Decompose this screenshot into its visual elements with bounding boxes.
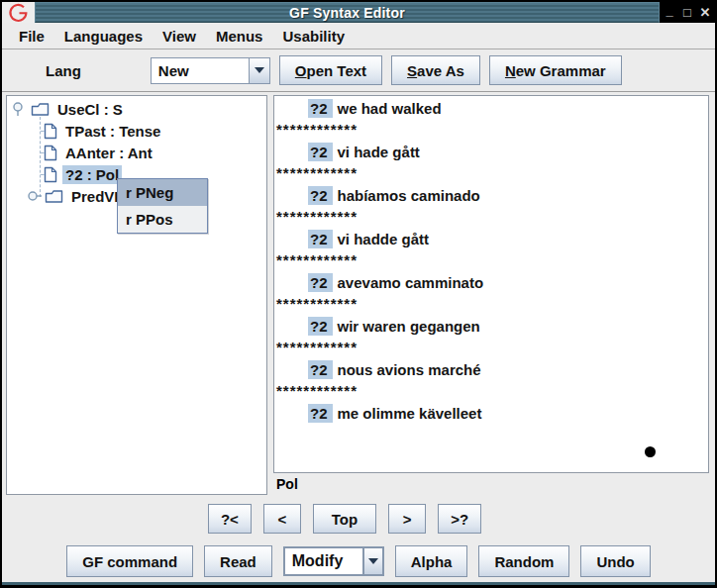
window-bottom-edge — [2, 582, 715, 585]
menu-menus[interactable]: Menus — [207, 26, 272, 47]
next-metavariable-button[interactable]: >? — [438, 504, 481, 534]
metavariable-token: ?2 — [308, 99, 333, 118]
translation-line-norwegian: ?2vi hadde gått — [274, 229, 708, 250]
translation-line-french: ?2nous avions marché — [274, 359, 708, 381]
translation-line-finnish: ?2me olimme kävelleet — [274, 403, 708, 425]
translation-line-spanish: ?2habíamos caminado — [274, 185, 708, 207]
lang-select-arrow[interactable] — [249, 57, 270, 84]
document-icon — [44, 166, 57, 183]
syntax-tree-panel[interactable]: UseCl : S TPast : Tense — [6, 95, 267, 495]
tree-node-label-selected[interactable]: ?2 : Pol — [62, 165, 122, 184]
translation-line-swedish: ?2vi hade gått — [274, 142, 708, 163]
close-button[interactable]: ✕ — [698, 4, 712, 22]
popup-item-pneg[interactable]: r PNeg — [118, 179, 207, 206]
separator-line: ************ — [274, 381, 708, 403]
translation-line-german: ?2wir waren gegangen — [274, 316, 708, 338]
tree-node-aanter[interactable]: AAnter : Ant — [7, 142, 266, 163]
gf-logo-icon — [7, 1, 31, 25]
modify-select-arrow[interactable] — [362, 546, 384, 576]
chevron-down-icon — [368, 558, 378, 564]
right-panel-stack: ?2we had walked ************ ?2vi hade g… — [273, 95, 709, 495]
status-bar: Pol — [273, 473, 709, 495]
metavariable-token: ?2 — [308, 317, 333, 336]
window-title: GF Syntax Editor — [289, 5, 405, 21]
lang-select[interactable]: New — [151, 57, 270, 84]
tree-node-label[interactable]: TPast : Tense — [62, 122, 163, 141]
metavariable-token: ?2 — [308, 186, 333, 205]
window-controls: _ □ ✕ — [660, 2, 715, 23]
black-dot-icon — [645, 446, 656, 457]
separator-line: ************ — [274, 294, 708, 316]
navigation-row: ?< < Top > >? — [2, 497, 715, 540]
folder-icon — [45, 189, 63, 204]
minimize-button[interactable]: _ — [663, 2, 676, 20]
prev-node-button[interactable]: < — [263, 504, 301, 534]
linearization-text-area[interactable]: ?2we had walked ************ ?2vi hade g… — [273, 95, 709, 473]
tree-node-tpast[interactable]: TPast : Tense — [7, 120, 266, 142]
separator-line: ************ — [274, 120, 708, 142]
lang-select-value: New — [151, 57, 249, 84]
open-text-button[interactable]: Open Text — [279, 55, 382, 85]
separator-line: ************ — [274, 163, 708, 185]
lang-label: Lang — [46, 62, 81, 79]
prev-metavariable-button[interactable]: ?< — [208, 504, 252, 534]
toolbar: Lang New Open Text Save As New Grammar — [2, 49, 715, 92]
focus-type-label: Pol — [276, 476, 298, 492]
undo-button[interactable]: Undo — [580, 545, 650, 577]
new-grammar-button[interactable]: New Grammar — [489, 55, 622, 85]
title-bar: GF Syntax Editor _ □ ✕ — [2, 2, 715, 23]
tree-collapsed-handle-icon[interactable] — [27, 190, 43, 202]
main-area: UseCl : S TPast : Tense — [2, 92, 715, 497]
tree-expanded-handle-icon[interactable] — [12, 101, 26, 117]
random-button[interactable]: Random — [478, 545, 569, 577]
translation-line-english: ?2we had walked — [274, 98, 708, 120]
chevron-down-icon — [255, 67, 264, 73]
menu-bar: File Languages View Menus Usability — [2, 23, 715, 49]
save-as-button[interactable]: Save As — [391, 55, 480, 85]
title-bar-gradient: GF Syntax Editor — [35, 2, 660, 23]
metavariable-token: ?2 — [308, 273, 333, 292]
gf-command-button[interactable]: GF command — [66, 545, 193, 577]
maximize-button[interactable]: □ — [680, 4, 694, 22]
modify-select[interactable]: Modify — [283, 546, 384, 576]
top-button[interactable]: Top — [313, 504, 376, 534]
tree-node-usecl[interactable]: UseCl : S — [7, 98, 266, 120]
document-icon — [44, 123, 57, 140]
refinement-popup-menu: r PNeg r PPos — [117, 178, 208, 234]
menu-file[interactable]: File — [10, 26, 53, 47]
next-node-button[interactable]: > — [388, 504, 426, 534]
menu-usability[interactable]: Usability — [273, 26, 354, 47]
separator-line: ************ — [274, 207, 708, 229]
tree-node-label-selected[interactable]: AAnter : Ant — [62, 144, 155, 162]
action-row: GF command Read Modify Alpha Random Undo — [2, 540, 715, 582]
menu-view[interactable]: View — [154, 26, 205, 47]
metavariable-token: ?2 — [308, 230, 333, 248]
tree-node-label[interactable]: UseCl : S — [54, 100, 126, 119]
alpha-button[interactable]: Alpha — [395, 545, 468, 577]
menu-languages[interactable]: Languages — [55, 26, 152, 47]
metavariable-token: ?2 — [308, 143, 333, 161]
app-logo — [2, 2, 35, 23]
separator-line: ************ — [274, 250, 708, 272]
metavariable-token: ?2 — [308, 360, 333, 379]
read-button[interactable]: Read — [204, 545, 272, 577]
separator-line: ************ — [274, 338, 708, 359]
document-icon — [44, 145, 57, 161]
translation-line-italian: ?2avevamo camminato — [274, 272, 708, 294]
folder-icon — [31, 102, 50, 117]
popup-item-ppos[interactable]: r PPos — [118, 206, 207, 233]
metavariable-token: ?2 — [308, 404, 333, 423]
modify-select-value: Modify — [283, 546, 362, 576]
app-window: GF Syntax Editor _ □ ✕ File Languages Vi… — [0, 0, 717, 588]
